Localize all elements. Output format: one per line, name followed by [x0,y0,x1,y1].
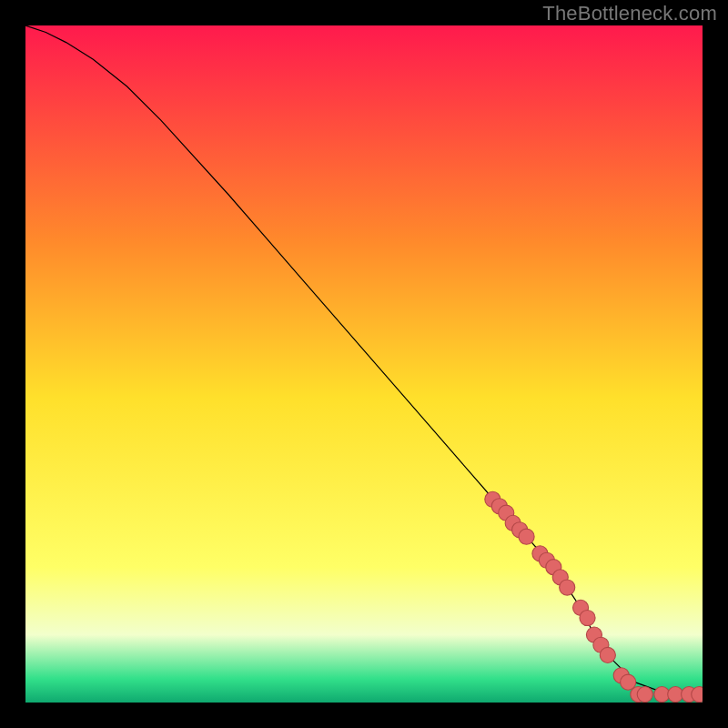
gradient-background [25,25,703,703]
data-marker [519,529,534,544]
data-marker [600,647,615,662]
chart-svg [25,25,703,703]
chart-stage: TheBottleneck.com [0,0,728,728]
data-marker [692,687,703,703]
watermark-text: TheBottleneck.com [542,2,717,25]
data-marker [580,610,595,625]
data-marker [560,580,575,595]
data-marker [637,687,652,703]
plot-area [25,25,703,703]
